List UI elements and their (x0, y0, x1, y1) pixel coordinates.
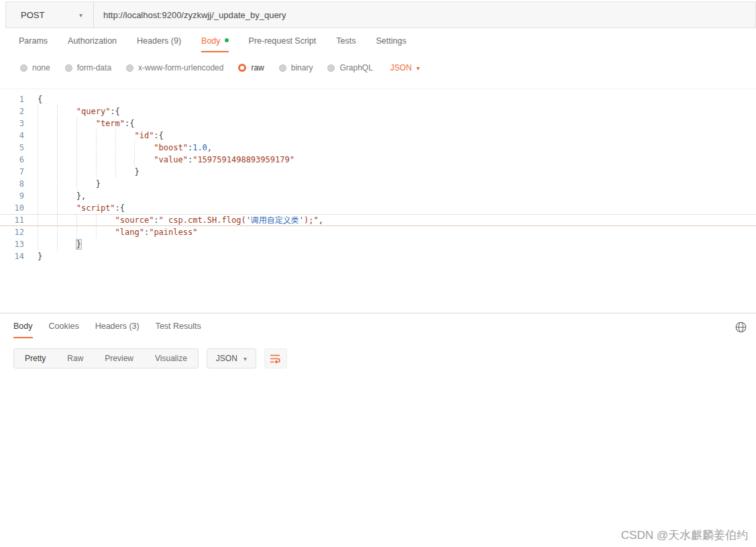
indent-guide (38, 226, 57, 238)
line-number: 8 (0, 178, 38, 190)
mode-form-data[interactable]: form-data (65, 63, 111, 72)
indent-guide (38, 166, 57, 178)
indent-guide (57, 178, 76, 190)
method-selector[interactable]: POST ▾ (6, 2, 93, 28)
mode-none[interactable]: none (20, 63, 50, 72)
view-raw[interactable]: Raw (56, 349, 94, 368)
tab-body[interactable]: Body (201, 36, 229, 52)
indent-guide (57, 190, 76, 202)
mode-binary-label: binary (291, 63, 313, 72)
mode-urlencoded-label: x-www-form-urlencoded (138, 63, 223, 72)
indent-guide (96, 166, 115, 178)
tab-tests[interactable]: Tests (336, 36, 356, 52)
response-language-label: JSON (216, 354, 237, 363)
tab-settings[interactable]: Settings (376, 36, 406, 52)
method-label: POST (21, 10, 44, 20)
response-tab-cookies[interactable]: Cookies (49, 321, 79, 338)
indent-guide (38, 142, 57, 154)
view-visualize[interactable]: Visualize (144, 349, 198, 368)
indent-guide (76, 130, 96, 142)
indent-guide (57, 105, 76, 117)
response-language-select[interactable]: JSON ▾ (207, 348, 256, 368)
line-number: 7 (0, 166, 38, 178)
indent-guide (115, 142, 135, 154)
indent-guide (57, 202, 76, 214)
indent-guide (38, 214, 57, 226)
indent-guide (57, 166, 76, 178)
indent-guide (134, 154, 154, 166)
indent-guide (76, 142, 96, 154)
line-number: 12 (0, 226, 38, 238)
body-content-dot (225, 38, 229, 42)
radio-selected-icon (238, 64, 246, 72)
response-tab-body[interactable]: Body (13, 321, 33, 338)
mode-binary[interactable]: binary (279, 63, 313, 72)
wrap-lines-icon[interactable] (264, 348, 287, 368)
indent-guide (76, 226, 96, 238)
view-pretty[interactable]: Pretty (14, 349, 56, 368)
indent-guide (76, 178, 96, 190)
raw-language-select[interactable]: JSON ▾ (390, 63, 420, 72)
radio-icon (20, 64, 28, 72)
mode-graphql[interactable]: GraphQL (327, 63, 372, 72)
radio-icon (279, 64, 286, 72)
raw-language-label: JSON (390, 63, 412, 72)
globe-icon[interactable] (735, 321, 747, 333)
indent-guide (76, 214, 96, 226)
indent-guide (57, 130, 76, 142)
mode-raw-label: raw (251, 63, 264, 72)
mode-none-label: none (32, 63, 50, 72)
code-line: 13} (0, 238, 756, 250)
code-line: 2"query":{ (0, 105, 756, 117)
indent-guide (38, 117, 57, 130)
line-number: 3 (0, 117, 38, 130)
response-tab-headers[interactable]: Headers (3) (95, 321, 140, 338)
response-panel: Body Cookies Headers (3) Test Results Pr… (0, 313, 756, 547)
response-view-modes: Pretty Raw Preview Visualize (13, 348, 199, 368)
line-number: 5 (0, 142, 38, 154)
tab-prerequest-script[interactable]: Pre-request Script (249, 36, 317, 52)
indent-guide (57, 214, 76, 226)
tab-headers[interactable]: Headers (9) (137, 36, 181, 52)
indent-guide (96, 142, 115, 154)
indent-guide (134, 142, 154, 154)
response-tabs: Body Cookies Headers (3) Test Results (13, 321, 201, 338)
indent-guide (38, 178, 57, 190)
mode-graphql-label: GraphQL (339, 63, 372, 72)
indent-guide (76, 166, 96, 178)
code-line: 5"boost":1.0, (0, 142, 756, 154)
indent-guide (57, 142, 76, 154)
code-line: 3"term":{ (0, 117, 756, 130)
code-line: 7} (0, 166, 756, 178)
view-preview[interactable]: Preview (94, 349, 144, 368)
indent-guide (96, 214, 115, 226)
chevron-down-icon: ▾ (79, 11, 83, 19)
mode-x-www-form-urlencoded[interactable]: x-www-form-urlencoded (126, 63, 223, 72)
response-tab-test-results[interactable]: Test Results (156, 321, 201, 338)
line-number: 4 (0, 130, 38, 142)
indent-guide (115, 154, 135, 166)
code-line: 11"source":" csp.cmt.SH.flog('调用自定义类');"… (0, 214, 756, 226)
indent-guide (57, 154, 76, 166)
indent-guide (38, 130, 57, 142)
line-number: 14 (0, 250, 38, 262)
watermark: CSDN @天水麒麟姜伯约 (621, 528, 748, 543)
body-mode-row: none form-data x-www-form-urlencoded raw… (20, 63, 420, 72)
indent-guide (57, 226, 76, 238)
tab-params[interactable]: Params (19, 36, 48, 52)
code-line: 6"value":"1597591498893959179" (0, 154, 756, 166)
code-line: 4"id":{ (0, 130, 756, 142)
mode-raw[interactable]: raw (238, 63, 264, 72)
request-body-editor[interactable]: 1{2"query":{3"term":{4"id":{5"boost":1.0… (0, 89, 756, 313)
radio-icon (327, 64, 335, 72)
mode-form-data-label: form-data (77, 63, 111, 72)
tab-authorization[interactable]: Authorization (68, 36, 117, 52)
url-input[interactable] (94, 2, 755, 28)
request-editor-lines: 1{2"query":{3"term":{4"id":{5"boost":1.0… (0, 93, 756, 262)
indent-guide (38, 154, 57, 166)
radio-icon (126, 64, 133, 72)
indent-guide (76, 154, 96, 166)
indent-guide (38, 190, 57, 202)
indent-guide (38, 238, 57, 250)
indent-guide (57, 238, 76, 250)
